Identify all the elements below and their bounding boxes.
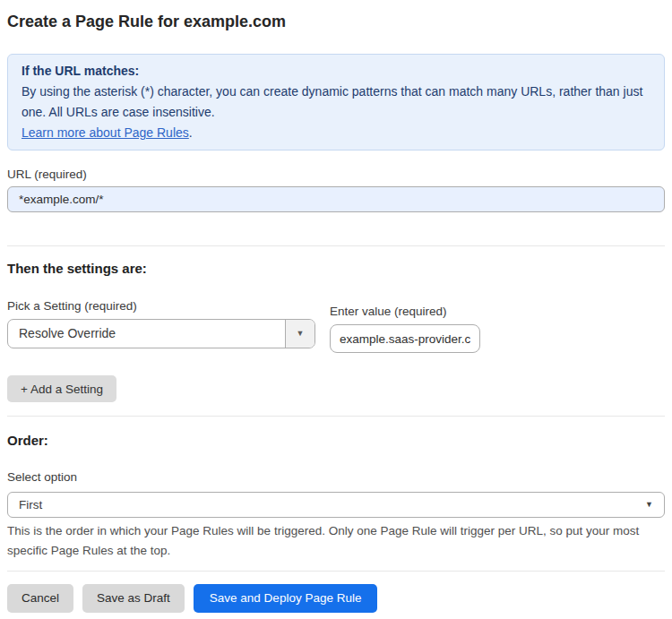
dropdown-arrow-button[interactable]: ▼ xyxy=(285,320,314,348)
url-input[interactable] xyxy=(7,186,665,212)
divider xyxy=(7,245,665,246)
value-field-label: Enter value (required) xyxy=(330,305,480,319)
url-label: URL (required) xyxy=(7,167,665,182)
page-rule-form: Create a Page Rule for example.com If th… xyxy=(0,0,672,613)
info-box: If the URL matches: By using the asteris… xyxy=(7,54,665,150)
value-field-column: Enter value (required) xyxy=(330,305,480,353)
setting-picker-value: Resolve Override xyxy=(8,320,285,348)
settings-row: Pick a Setting (required) Resolve Overri… xyxy=(7,299,665,353)
footer-actions: Cancel Save as Draft Save and Deploy Pag… xyxy=(7,571,665,613)
order-select-value: First xyxy=(19,498,42,512)
link-suffix: . xyxy=(189,125,193,140)
order-select[interactable]: First ▼ xyxy=(7,492,665,518)
order-help-text: This is the order in which your Page Rul… xyxy=(7,521,665,561)
info-box-title: If the URL matches: xyxy=(22,61,650,82)
setting-value-input[interactable] xyxy=(330,324,480,353)
add-setting-button[interactable]: + Add a Setting xyxy=(7,375,116,402)
setting-picker-label: Pick a Setting (required) xyxy=(7,299,315,314)
save-deploy-button[interactable]: Save and Deploy Page Rule xyxy=(194,584,378,613)
info-box-body: By using the asterisk (*) character, you… xyxy=(22,82,650,123)
setting-picker-dropdown[interactable]: Resolve Override ▼ xyxy=(7,319,315,348)
order-heading: Order: xyxy=(7,434,665,448)
cancel-button[interactable]: Cancel xyxy=(7,584,73,613)
chevron-down-icon: ▼ xyxy=(297,330,305,338)
order-select-label: Select option xyxy=(7,470,665,485)
learn-more-link[interactable]: Learn more about Page Rules xyxy=(22,125,189,140)
settings-heading: Then the settings are: xyxy=(7,262,665,276)
page-title: Create a Page Rule for example.com xyxy=(7,11,665,32)
setting-picker-column: Pick a Setting (required) Resolve Overri… xyxy=(7,299,315,348)
save-draft-button[interactable]: Save as Draft xyxy=(82,584,185,613)
divider xyxy=(7,416,665,417)
chevron-down-icon: ▼ xyxy=(645,501,653,509)
info-box-link-line: Learn more about Page Rules. xyxy=(22,123,650,143)
